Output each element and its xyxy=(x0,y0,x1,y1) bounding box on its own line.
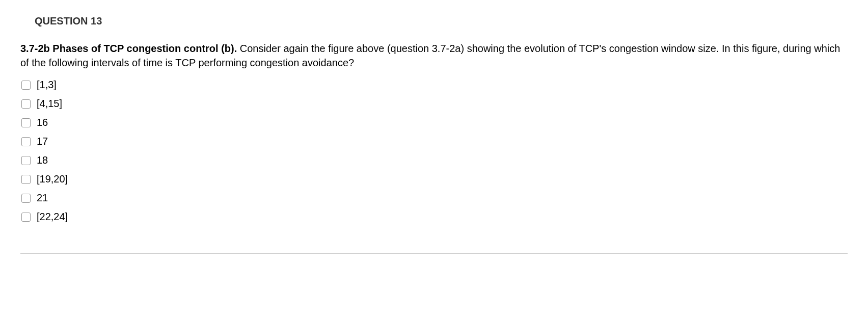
option-item: 17 xyxy=(21,136,848,147)
option-item: [4,15] xyxy=(21,98,848,110)
checkbox[interactable] xyxy=(21,137,31,146)
option-item: [1,3] xyxy=(21,79,848,91)
option-label: [19,20] xyxy=(37,173,68,185)
option-item: 16 xyxy=(21,117,848,128)
option-item: 21 xyxy=(21,192,848,204)
option-label: 17 xyxy=(37,136,48,147)
option-label: [1,3] xyxy=(37,79,57,91)
checkbox[interactable] xyxy=(21,194,31,203)
option-label: 16 xyxy=(37,117,48,128)
checkbox[interactable] xyxy=(21,156,31,165)
checkbox[interactable] xyxy=(21,175,31,184)
checkbox[interactable] xyxy=(21,81,31,90)
option-label: 21 xyxy=(37,192,48,204)
checkbox[interactable] xyxy=(21,118,31,127)
option-item: [19,20] xyxy=(21,173,848,185)
options-list: [1,3] [4,15] 16 17 18 [19,20] 21 [22,24] xyxy=(21,79,848,223)
question-bold: 3.7-2b Phases of TCP congestion control … xyxy=(20,43,237,54)
option-label: [4,15] xyxy=(37,98,62,110)
checkbox[interactable] xyxy=(21,213,31,222)
option-label: 18 xyxy=(37,154,48,166)
divider xyxy=(20,253,848,254)
option-label: [22,24] xyxy=(37,211,68,223)
option-item: 18 xyxy=(21,154,848,166)
checkbox[interactable] xyxy=(21,99,31,109)
question-text: 3.7-2b Phases of TCP congestion control … xyxy=(20,41,848,70)
question-header: QUESTION 13 xyxy=(35,15,848,27)
option-item: [22,24] xyxy=(21,211,848,223)
